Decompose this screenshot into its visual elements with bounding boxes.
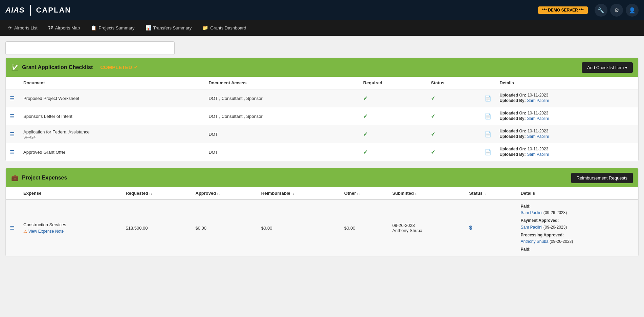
airports-list-icon: ✈ xyxy=(8,25,12,30)
required-check: ✓ xyxy=(363,131,368,137)
payment-approved-by-link[interactable]: Sam Paolini xyxy=(520,225,542,230)
row-menu-icon[interactable]: ☰ xyxy=(6,107,19,125)
airports-map-icon: 🗺 xyxy=(48,25,53,30)
row-status: ✓ xyxy=(427,125,481,143)
expenses-header: 💼 Project Expenses Reimbursement Request… xyxy=(6,168,638,187)
uploaded-on-label: Uploaded On: xyxy=(499,111,526,115)
file-icon: 📄 xyxy=(485,113,491,119)
row-menu-icon[interactable]: ☰ xyxy=(6,89,19,107)
row-reimbursable: $0.00 xyxy=(257,199,340,256)
uploaded-by-label: Uploaded By: xyxy=(499,152,526,157)
uploaded-by-link[interactable]: Sam Paolini xyxy=(527,134,549,139)
view-expense-note-link[interactable]: View Expense Note xyxy=(28,229,64,234)
document-sublabel: SF-424 xyxy=(23,135,200,139)
row-details: Uploaded On: 10-11-2023 Uploaded By: Sam… xyxy=(495,89,638,107)
paid-label: Paid: xyxy=(520,204,530,209)
checklist-section: ✅ Grant Application Checklist COMPLETED … xyxy=(5,58,639,161)
row-required: ✓ xyxy=(359,125,427,143)
reimbursement-requests-button[interactable]: Reimbursement Requests xyxy=(571,173,633,183)
row-document: Proposed Project Worksheet xyxy=(19,89,204,107)
tool-icon: 🔧 xyxy=(598,7,604,14)
expense-detail-block: Paid: Sam Paolini (09-26-2023) Payment A… xyxy=(520,203,634,253)
settings-button[interactable]: ⚙ xyxy=(610,4,623,17)
checklist-table-row: ☰ Approved Grant Offer DOT ✓ ✓ 📄 Uploade… xyxy=(6,143,638,161)
grants-dashboard-icon: 📁 xyxy=(202,25,208,30)
uploaded-by-label: Uploaded By: xyxy=(499,134,526,139)
row-required: ✓ xyxy=(359,89,427,107)
col-status: Status↑↓ xyxy=(465,187,516,199)
submitted-date: 09-26-2023 xyxy=(392,223,461,228)
logo-caplan: CAPLAN xyxy=(36,6,71,15)
paid-label-2: Paid: xyxy=(520,247,530,252)
row-menu-icon[interactable]: ☰ xyxy=(6,143,19,161)
row-menu-icon[interactable]: ☰ xyxy=(6,199,19,256)
required-check: ✓ xyxy=(363,96,368,101)
row-status: ✓ xyxy=(427,107,481,125)
document-name: Sponsor's Letter of Intent xyxy=(23,114,200,119)
checklist-table-row: ☰ Sponsor's Letter of Intent DOT , Consu… xyxy=(6,107,638,125)
demo-badge: *** DEMO SERVER *** xyxy=(538,6,588,14)
expenses-table-header: Expense Requested↑↓ Approved↑↓ Reimbursa… xyxy=(6,187,638,199)
processing-approved-by-link[interactable]: Anthony Shuba xyxy=(520,239,548,244)
col-details: Details xyxy=(495,77,638,89)
uploaded-by-link[interactable]: Sam Paolini xyxy=(527,152,549,157)
document-name: Proposed Project Worksheet xyxy=(23,96,200,101)
checklist-title: Grant Application Checklist xyxy=(22,64,93,70)
row-document: Sponsor's Letter of Intent xyxy=(19,107,204,125)
checklist-table-row: ☰ Proposed Project Worksheet DOT , Consu… xyxy=(6,89,638,107)
uploaded-on-value: 10-11-2023 xyxy=(528,129,548,133)
col-submitted: Submitted↑↓ xyxy=(388,187,465,199)
user-button[interactable]: 👤 xyxy=(626,4,639,17)
row-required: ✓ xyxy=(359,107,427,125)
warning-icon: ⚠ xyxy=(23,229,27,234)
menu-item-projects-summary[interactable]: 📋 Projects Summary xyxy=(85,20,140,36)
row-submitted: 09-26-2023 Anthony Shuba xyxy=(388,199,465,256)
uploaded-by-link[interactable]: Sam Paolini xyxy=(527,98,549,103)
file-icon: 📄 xyxy=(485,149,491,155)
completed-badge: COMPLETED ✓ xyxy=(100,64,138,70)
user-icon: 👤 xyxy=(629,7,636,14)
row-menu-icon[interactable]: ☰ xyxy=(6,125,19,143)
processing-approved-date: (09-26-2023) xyxy=(550,239,573,244)
uploaded-by-label: Uploaded By: xyxy=(499,116,526,121)
row-doc-file-icon[interactable]: 📄 xyxy=(481,89,495,107)
processing-approved-label: Processing Approved: xyxy=(520,233,564,237)
row-access: DOT , Consultant , Sponsor xyxy=(204,89,359,107)
status-check: ✓ xyxy=(431,96,435,101)
status-check: ✓ xyxy=(431,113,435,119)
menu-label-airports-map: Airports Map xyxy=(55,25,80,30)
menu-label-transfers-summary: Transfers Summary xyxy=(153,25,192,30)
row-status: ✓ xyxy=(427,143,481,161)
checklist-header-icon: ✅ xyxy=(11,64,19,71)
menu-item-airports-map[interactable]: 🗺 Airports Map xyxy=(43,20,86,36)
transfers-summary-icon: 📊 xyxy=(146,25,151,30)
file-icon: 📄 xyxy=(485,131,491,137)
row-other: $0.00 xyxy=(340,199,388,256)
row-doc-file-icon[interactable]: 📄 xyxy=(481,125,495,143)
hamburger-icon: ☰ xyxy=(10,96,15,101)
row-document: Approved Grant Offer xyxy=(19,143,204,161)
add-checklist-item-button[interactable]: Add Checklist Item ▾ xyxy=(582,62,633,73)
menu-item-transfers-summary[interactable]: 📊 Transfers Summary xyxy=(140,20,197,36)
row-doc-file-icon[interactable]: 📄 xyxy=(481,143,495,161)
document-name: Application for Federal Assistance xyxy=(23,129,200,134)
expenses-table: Expense Requested↑↓ Approved↑↓ Reimbursa… xyxy=(6,187,638,256)
expense-name: Construction Services xyxy=(23,222,117,227)
file-icon: 📄 xyxy=(485,96,491,101)
status-check: ✓ xyxy=(431,131,435,137)
dollar-status-icon: $ xyxy=(469,225,472,231)
col-required: Required xyxy=(359,77,427,89)
page-content: ✅ Grant Application Checklist COMPLETED … xyxy=(0,41,644,269)
menu-item-grants-dashboard[interactable]: 📁 Grants Dashboard xyxy=(197,20,251,36)
col-reimbursable: Reimbursable↑↓ xyxy=(257,187,340,199)
row-required: ✓ xyxy=(359,143,427,161)
row-doc-file-icon[interactable]: 📄 xyxy=(481,107,495,125)
row-status: $ xyxy=(465,199,516,256)
col-icon xyxy=(6,187,19,199)
row-status: ✓ xyxy=(427,89,481,107)
uploaded-by-link[interactable]: Sam Paolini xyxy=(527,116,549,121)
reimbursement-requests-label: Reimbursement Requests xyxy=(577,175,627,181)
tool-button[interactable]: 🔧 xyxy=(595,4,607,17)
paid-by-link[interactable]: Sam Paolini xyxy=(520,210,542,215)
menu-item-airports-list[interactable]: ✈ Airports List xyxy=(3,20,43,36)
